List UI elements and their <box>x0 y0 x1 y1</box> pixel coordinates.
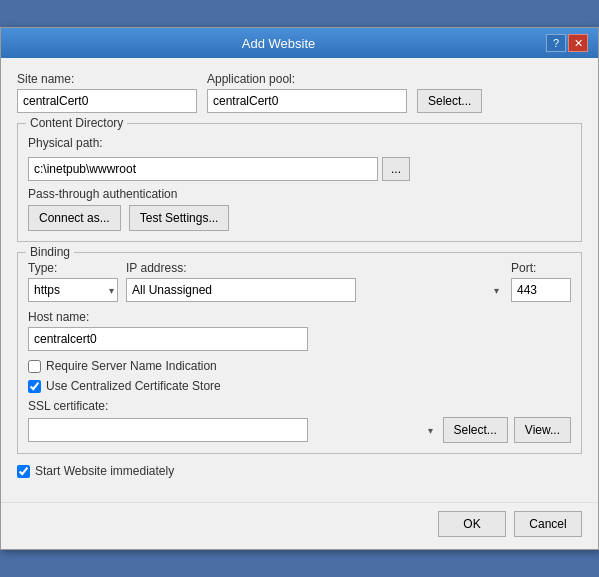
port-group: Port: <box>511 261 571 302</box>
ssl-row: SSL certificate: ▾ Select... View... <box>28 399 571 443</box>
sni-label: Require Server Name Indication <box>46 359 217 373</box>
select-pool-button[interactable]: Select... <box>417 89 482 113</box>
physical-path-input[interactable] <box>28 157 378 181</box>
host-name-row: Host name: <box>28 310 571 351</box>
help-button[interactable]: ? <box>546 34 566 52</box>
sni-checkbox-row: Require Server Name Indication <box>28 359 571 373</box>
ip-label: IP address: <box>126 261 503 275</box>
site-app-pool-row: Site name: Application pool: Select... <box>17 72 582 113</box>
ssl-select-button[interactable]: Select... <box>443 417 508 443</box>
content-directory-label: Content Directory <box>26 116 127 130</box>
ip-chevron-icon: ▾ <box>494 285 499 296</box>
ssl-controls: ▾ Select... View... <box>28 417 571 443</box>
ok-button[interactable]: OK <box>438 511 506 537</box>
dialog-title: Add Website <box>11 36 546 51</box>
connect-test-row: Connect as... Test Settings... <box>28 205 571 231</box>
ip-select-wrapper: All Unassigned ▾ <box>126 278 503 302</box>
physical-path-label: Physical path: <box>28 136 571 150</box>
port-label: Port: <box>511 261 571 275</box>
host-name-label: Host name: <box>28 310 571 324</box>
ssl-input-wrapper: ▾ <box>28 418 437 442</box>
pass-through-label: Pass-through authentication <box>28 187 571 201</box>
ssl-cert-select[interactable] <box>28 418 308 442</box>
binding-row: Type: https http ▾ IP address: All U <box>28 261 571 302</box>
test-settings-button[interactable]: Test Settings... <box>129 205 230 231</box>
ip-select[interactable]: All Unassigned <box>126 278 356 302</box>
site-name-group: Site name: <box>17 72 197 113</box>
type-select-wrapper: https http ▾ <box>28 278 118 302</box>
browse-button[interactable]: ... <box>382 157 410 181</box>
title-bar: Add Website ? ✕ <box>1 28 598 58</box>
binding-label: Binding <box>26 245 74 259</box>
ccs-checkbox-row: Use Centralized Certificate Store <box>28 379 571 393</box>
app-pool-group: Application pool: <box>207 72 407 113</box>
site-name-input[interactable] <box>17 89 197 113</box>
app-pool-input[interactable] <box>207 89 407 113</box>
binding-section: Binding Type: https http ▾ IP address: <box>17 252 582 454</box>
ccs-checkbox[interactable] <box>28 380 41 393</box>
type-label: Type: <box>28 261 118 275</box>
add-website-dialog: Add Website ? ✕ Site name: Application p… <box>0 27 599 550</box>
start-website-checkbox[interactable] <box>17 465 30 478</box>
port-input[interactable] <box>511 278 571 302</box>
ssl-cert-label: SSL certificate: <box>28 399 571 413</box>
physical-path-row: ... <box>28 157 571 181</box>
dialog-body: Site name: Application pool: Select... C… <box>1 58 598 498</box>
dialog-footer: OK Cancel <box>1 502 598 549</box>
content-directory-section: Content Directory Physical path: ... Pas… <box>17 123 582 242</box>
app-pool-label: Application pool: <box>207 72 407 86</box>
ccs-label: Use Centralized Certificate Store <box>46 379 221 393</box>
start-website-label: Start Website immediately <box>35 464 174 478</box>
ssl-view-button[interactable]: View... <box>514 417 571 443</box>
site-name-label: Site name: <box>17 72 197 86</box>
physical-path-group: Physical path: ... <box>28 136 571 181</box>
cancel-button[interactable]: Cancel <box>514 511 582 537</box>
ip-group: IP address: All Unassigned ▾ <box>126 261 503 302</box>
start-website-row: Start Website immediately <box>17 464 582 478</box>
sni-checkbox[interactable] <box>28 360 41 373</box>
close-button[interactable]: ✕ <box>568 34 588 52</box>
type-group: Type: https http ▾ <box>28 261 118 302</box>
ssl-chevron-icon: ▾ <box>428 425 433 436</box>
host-name-input[interactable] <box>28 327 308 351</box>
title-bar-buttons: ? ✕ <box>546 34 588 52</box>
connect-as-button[interactable]: Connect as... <box>28 205 121 231</box>
type-select[interactable]: https http <box>28 278 118 302</box>
